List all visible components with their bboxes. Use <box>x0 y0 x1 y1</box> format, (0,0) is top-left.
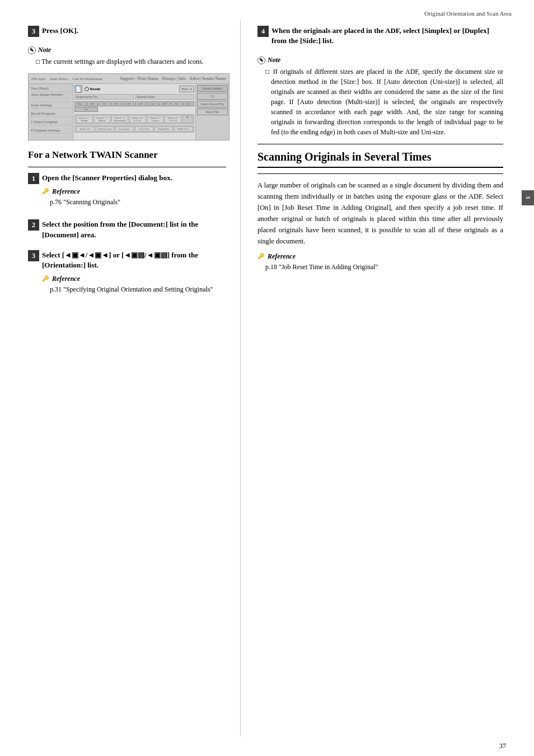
step-1-header: Open the [Scanner Properties] dialog box… <box>42 173 226 183</box>
step-3-note: ✎ Note The current settings are displaye… <box>28 46 226 67</box>
section-divider-2 <box>257 144 503 144</box>
scanner-top-bar-right: Support / Print Status Always | Info Aff… <box>120 76 226 81</box>
step-2-header: Select the position from the [Document:]… <box>42 219 226 240</box>
step-1-reference: 🔑 Reference p.76 "Scanning Originals" <box>42 187 226 207</box>
scanner-grid: Prev NE ST ST GW GW Lmb GR0 Ent Cnt OV <box>74 101 194 112</box>
step-4-note-text: If originals of different sizes are plac… <box>257 67 503 137</box>
step-4-adf: 4 When the originals are placed in the A… <box>257 26 503 50</box>
scanner-rows-area: Source 1 / Blank Source 2 / Black Source… <box>74 114 194 133</box>
step-1-twain: 1 Open the [Scanner Properties] dialog b… <box>28 173 226 214</box>
scanning-body-text: A large number of originals can be scann… <box>257 180 503 247</box>
section-divider-1 <box>28 167 226 167</box>
note-title: ✎ Note <box>28 46 226 54</box>
step-4-note-title: ✎ Note <box>257 56 503 64</box>
section-divider-3 <box>257 173 503 174</box>
ref-icon-1: 🔑 <box>42 188 50 196</box>
step-1-badge: 1 <box>28 173 39 184</box>
step-3b-twain: 3 Select [◄▣◄/◄▣◄] or [◄▣▤/◄▣▤] from the… <box>28 250 226 301</box>
scanning-originals-heading: Scanning Originals in Several Times <box>257 150 503 168</box>
scanner-left-panel: Test (Print) Auto Image Density: Scan Se… <box>29 84 73 140</box>
note-icon-2: ✎ <box>257 57 265 64</box>
ref-text-1: p.76 "Scanning Originals" <box>42 197 226 207</box>
step-3b-badge: 3 <box>28 250 39 261</box>
note-text: The current settings are displayed with … <box>28 57 226 67</box>
page-header: Original Orientation and Scan Area <box>0 0 534 20</box>
step-4-badge: 4 <box>257 26 269 37</box>
scanner-top-bar-left: File type Auto Select Can Jb Destination <box>31 77 102 81</box>
note-icon: ✎ <box>28 46 36 54</box>
left-column: 3 Press [OK]. ✎ Note The current setting… <box>0 20 241 736</box>
scanner-screenshot: File type Auto Select Can Jb Destination… <box>28 73 229 140</box>
ref-icon-2: 🔑 <box>42 275 50 283</box>
step-3-header: Press [OK]. <box>42 26 226 36</box>
scanner-right-panel: Attach Subject 1/2 Select Stored File St… <box>195 84 229 140</box>
right-column: 4 When the originals are placed in the A… <box>241 20 534 736</box>
scanner-center-panel: 📄 ◯ Ready Box: 0 Registration No. Manual… <box>73 84 195 140</box>
header-title: Original Orientation and Scan Area <box>424 10 512 17</box>
step-4-note: ✎ Note If originals of different sizes a… <box>257 56 503 137</box>
ref-text-3: p.18 "Job Reset Time in Adding Original" <box>257 262 503 272</box>
page-footer: 37 <box>0 736 534 756</box>
step-4-header: When the originals are placed in the ADF… <box>271 26 503 46</box>
network-twain-heading: For a Network TWAIN Scanner <box>28 149 226 161</box>
step-3-press-ok: 3 Press [OK]. <box>28 26 226 40</box>
step-2-twain: 2 Select the position from the [Document… <box>28 219 226 244</box>
scanning-reference: 🔑 Reference p.18 "Job Reset Time in Addi… <box>257 252 503 272</box>
step-3b-header: Select [◄▣◄/◄▣◄] or [◄▣▤/◄▣▤] from the [… <box>42 250 226 270</box>
ref-icon-3: 🔑 <box>257 253 265 261</box>
step-3-badge: 3 <box>28 26 39 37</box>
step-3b-reference: 🔑 Reference p.31 "Specifying Original Or… <box>42 275 226 294</box>
page-number: 37 <box>499 742 506 750</box>
ref-text-2: p.31 "Specifying Original Orientation an… <box>42 284 226 294</box>
step-2-badge: 2 <box>28 219 39 231</box>
